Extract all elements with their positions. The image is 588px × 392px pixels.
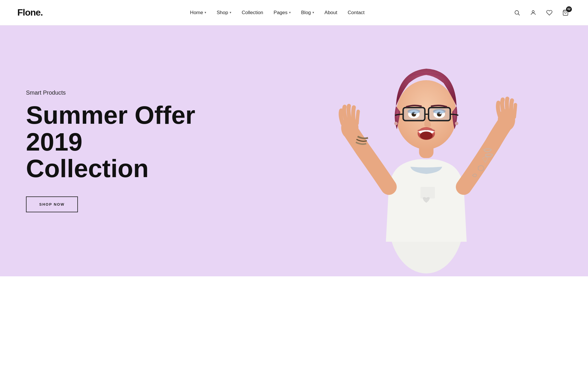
svg-point-21 (433, 109, 446, 114)
cart-count: 02 (566, 6, 572, 12)
svg-point-2 (532, 10, 534, 12)
header-actions: 02 (512, 7, 571, 18)
svg-rect-5 (421, 187, 435, 198)
chevron-down-icon: ▾ (230, 11, 231, 14)
hero-section: Smart Products Summer Offer 2019 Collect… (0, 25, 588, 276)
wishlist-button[interactable] (544, 7, 555, 18)
chevron-down-icon: ▾ (205, 11, 206, 14)
nav-item-about[interactable]: About (325, 10, 337, 16)
svg-point-20 (408, 109, 420, 114)
heart-icon (546, 10, 553, 16)
svg-line-1 (518, 14, 520, 15)
main-nav: Home ▾ Shop ▾ Collection Pages ▾ Blog ▾ … (190, 10, 365, 16)
header: Flone. Home ▾ Shop ▾ Collection Pages ▾ … (0, 0, 588, 25)
svg-point-0 (515, 10, 519, 14)
user-account-button[interactable] (528, 7, 538, 18)
chevron-down-icon: ▾ (289, 11, 291, 14)
nav-item-shop[interactable]: Shop ▾ (217, 10, 231, 16)
svg-point-26 (455, 122, 458, 125)
hero-person-illustration (265, 25, 588, 276)
shop-now-button[interactable]: SHOP NOW (26, 196, 78, 212)
nav-item-collection[interactable]: Collection (242, 10, 263, 16)
logo[interactable]: Flone. (17, 7, 43, 18)
search-icon (514, 10, 520, 16)
nav-item-contact[interactable]: Contact (348, 10, 365, 16)
nav-item-pages[interactable]: Pages ▾ (274, 10, 291, 16)
hero-title: Summer Offer 2019 Collection (26, 102, 202, 182)
search-button[interactable] (512, 7, 522, 18)
nav-item-blog[interactable]: Blog ▾ (301, 10, 314, 16)
svg-point-24 (420, 132, 433, 140)
svg-point-25 (394, 122, 398, 125)
user-icon (530, 10, 536, 16)
hero-subtitle: Smart Products (26, 89, 202, 96)
hero-image (265, 25, 588, 276)
chevron-down-icon: ▾ (312, 11, 314, 14)
cart-button[interactable]: 02 (560, 7, 571, 18)
nav-item-home[interactable]: Home ▾ (190, 10, 206, 16)
hero-content: Smart Products Summer Offer 2019 Collect… (0, 89, 202, 212)
